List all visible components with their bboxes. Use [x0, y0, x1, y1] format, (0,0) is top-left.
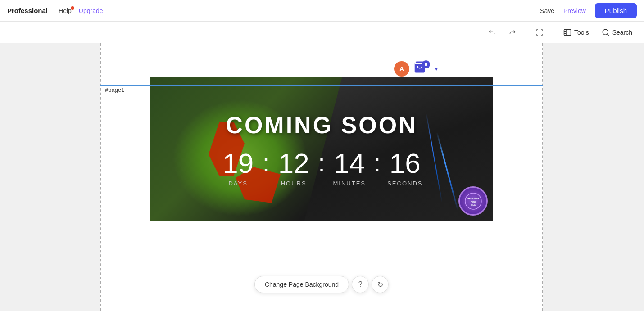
search-label: Search [612, 29, 632, 36]
left-margin [0, 43, 100, 311]
svg-text:REGISTER: REGISTER [467, 197, 479, 200]
upgrade-link[interactable]: Upgrade [79, 7, 103, 14]
top-navigation: Professional Help Upgrade Save Preview P… [0, 0, 644, 22]
hours-label: HOURS [281, 180, 307, 187]
hours-unit: 12 HOURS [271, 149, 316, 187]
refresh-button[interactable]: ↻ [372, 276, 389, 293]
help-notification-dot [71, 6, 74, 10]
avatar[interactable]: A [394, 61, 409, 77]
svg-rect-0 [564, 29, 571, 36]
colon-1: : [261, 150, 272, 176]
timer-row: 19 DAYS : 12 HOURS : 14 MINUTES : [216, 149, 428, 187]
undo-icon [488, 28, 496, 36]
days-unit: 19 DAYS [216, 149, 261, 187]
right-margin [543, 43, 644, 311]
redo-button[interactable] [504, 24, 520, 41]
toolbar-divider2 [553, 27, 553, 38]
tools-label: Tools [574, 29, 589, 36]
change-page-background-button[interactable]: Change Page Background [254, 276, 349, 293]
days-label: DAYS [228, 180, 247, 187]
minutes-label: MINUTES [333, 180, 366, 187]
days-value: 19 [222, 149, 254, 177]
cart-badge: 0 [422, 60, 430, 68]
brand-label: Professional [7, 7, 48, 14]
seconds-label: SECONDS [387, 180, 422, 187]
cart-icon-wrap[interactable]: 0 [413, 60, 430, 77]
editor-toolbar: Tools Search [0, 22, 644, 43]
page-selection-border [100, 85, 543, 86]
undo-button[interactable] [484, 24, 500, 41]
coming-soon-title: COMING SOON [226, 112, 417, 139]
cart-area: A 0 ▼ [394, 60, 439, 77]
countdown-widget[interactable]: REGISTER NOW REG COMING SOON 19 DAYS : 1… [150, 77, 493, 221]
refresh-icon: ↻ [377, 280, 383, 289]
page-label: #page1 [105, 86, 124, 93]
svg-point-1 [603, 29, 608, 35]
publish-button[interactable]: Publish [595, 3, 637, 18]
fit-screen-button[interactable] [531, 24, 548, 41]
minutes-unit: 14 MINUTES [327, 149, 372, 187]
hours-value: 12 [278, 149, 309, 177]
search-toolbar-btn[interactable]: Search [597, 26, 637, 39]
help-icon: ? [358, 280, 363, 288]
colon-2: : [316, 150, 327, 176]
search-icon [602, 28, 610, 36]
countdown-content: COMING SOON 19 DAYS : 12 HOURS : 14 MINU… [150, 112, 493, 187]
colon-3: : [372, 150, 383, 176]
canvas-area: #page1 A 0 ▼ REGISTER [0, 43, 644, 311]
badge-svg: REGISTER NOW REG [464, 192, 482, 210]
fit-screen-icon [535, 28, 544, 36]
help-menu[interactable]: Help [59, 7, 72, 14]
svg-text:NOW: NOW [470, 200, 476, 203]
help-button[interactable]: ? [352, 276, 369, 293]
save-button[interactable]: Save [540, 7, 554, 14]
register-badge: REGISTER NOW REG [458, 186, 488, 216]
seconds-value: 16 [390, 149, 421, 177]
bottom-toolbar: Change Page Background ? ↻ [254, 276, 389, 293]
content-area: A 0 ▼ REGISTER NOW REG [100, 43, 543, 311]
cart-dropdown-arrow[interactable]: ▼ [434, 66, 439, 72]
seconds-unit: 16 SECONDS [382, 149, 427, 187]
svg-text:REG: REG [471, 203, 476, 206]
minutes-value: 14 [334, 149, 365, 177]
toolbar-divider [526, 27, 526, 38]
tools-icon [563, 28, 571, 36]
redo-icon [508, 28, 516, 36]
preview-button[interactable]: Preview [563, 7, 586, 14]
tools-menu[interactable]: Tools [559, 26, 594, 39]
